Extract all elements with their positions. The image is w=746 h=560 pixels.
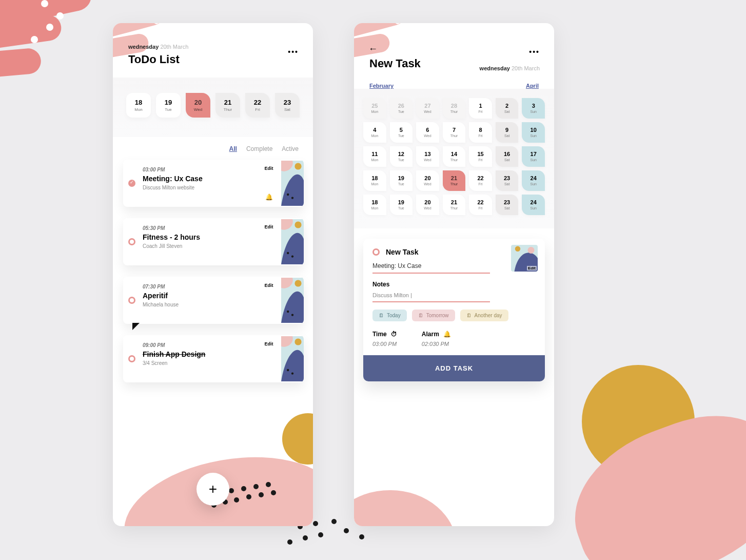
task-art-thumb[interactable]: Edit — [511, 245, 538, 272]
calendar-cell[interactable]: 24Sun — [522, 170, 545, 191]
task-art-thumb — [281, 335, 304, 382]
task-time: 07:30 PM — [143, 284, 254, 289]
calendar-cell[interactable]: 15Fri — [469, 146, 492, 167]
svg-point-15 — [291, 372, 293, 374]
calendar-cell[interactable]: 21Thur — [443, 170, 466, 191]
edit-button[interactable]: Edit — [265, 224, 273, 229]
svg-point-11 — [291, 314, 293, 316]
task-time: 03:00 PM — [143, 167, 254, 172]
calendar-cell[interactable]: 9Sat — [496, 122, 519, 143]
day-chip[interactable]: 22Fri — [245, 93, 270, 118]
alarm-label: Alarm — [422, 331, 439, 338]
svg-point-14 — [287, 369, 289, 371]
task-time: 09:00 PM — [143, 342, 254, 348]
day-chip[interactable]: 18Mon — [126, 93, 151, 118]
status-ring-icon[interactable] — [372, 248, 380, 256]
calendar-cell[interactable]: 22Fri — [469, 170, 492, 191]
task-title: Meeting: Ux Case — [143, 175, 254, 183]
calendar-cell[interactable]: 23Sat — [496, 170, 519, 191]
calendar-cell[interactable]: 14Thur — [443, 146, 466, 167]
day-chip[interactable]: 23Sat — [275, 93, 300, 118]
calendar-cell[interactable]: 10Sun — [522, 122, 545, 143]
calendar-cell[interactable]: 16Sat — [496, 146, 519, 167]
task-art-thumb — [281, 277, 304, 324]
edit-button[interactable]: Edit — [265, 341, 273, 346]
chip-tomorrow[interactable]: 🗓Tomorrow — [412, 310, 455, 321]
svg-point-13 — [295, 338, 301, 345]
calendar-cell[interactable]: 23Sat — [496, 195, 519, 215]
next-month-link[interactable]: April — [526, 83, 539, 89]
calendar-cell[interactable]: 12Tue — [390, 146, 413, 167]
calendar-cell[interactable]: 13Wed — [416, 146, 439, 167]
back-icon[interactable]: ← — [368, 44, 378, 54]
alarm-value[interactable]: 02:030 PM — [422, 341, 451, 347]
task-subtitle: Coach Jill Steven — [143, 243, 254, 249]
svg-point-3 — [291, 197, 293, 199]
task-art-thumb — [281, 160, 304, 207]
svg-point-5 — [295, 221, 301, 228]
day-chip[interactable]: 20Wed — [186, 93, 210, 118]
chip-another-day[interactable]: 🗓Another day — [460, 310, 508, 321]
calendar-cell[interactable]: 8Fri — [469, 122, 492, 143]
more-icon[interactable]: ••• — [288, 48, 299, 56]
day-chip[interactable]: 21Thur — [215, 93, 240, 118]
task-card[interactable]: 07:30 PMAperitifMichaela houseEdit — [123, 277, 304, 324]
new-task-panel: New Task Edit Meeting: Ux Case Notes Dis… — [363, 239, 545, 381]
chip-today[interactable]: 🗓Today — [372, 310, 407, 321]
filter-all[interactable]: All — [229, 145, 237, 152]
filter-complete[interactable]: Complete — [246, 145, 272, 152]
time-value[interactable]: 03:00 PM — [372, 341, 397, 347]
day-chip[interactable]: 19Tue — [156, 93, 181, 118]
task-card[interactable]: 09:00 PMFinish App Design3/4 ScreenEdit — [123, 335, 304, 382]
svg-point-7 — [291, 255, 293, 257]
notes-label: Notes — [372, 281, 536, 288]
task-name-input[interactable]: Meeting: Ux Case — [372, 258, 490, 274]
status-ring-icon[interactable] — [128, 238, 135, 245]
calendar-cell[interactable]: 19Tue — [390, 170, 413, 191]
calendar-cell[interactable]: 24Sun — [522, 195, 545, 215]
filter-active[interactable]: Active — [282, 145, 299, 152]
calendar-cell[interactable]: 2Sat — [496, 98, 519, 119]
calendar-cell[interactable]: 22Fri — [469, 195, 492, 215]
add-task-fab[interactable]: + — [197, 473, 229, 506]
calendar-cell[interactable]: 7Thur — [443, 122, 466, 143]
task-time: 05:30 PM — [143, 225, 254, 231]
task-subtitle: 3/4 Screen — [143, 360, 254, 366]
notes-input[interactable]: Discuss Milton | — [372, 288, 490, 302]
status-ring-icon[interactable] — [128, 355, 135, 362]
calendar-cell[interactable]: 28Thur — [443, 98, 466, 119]
calendar-cell[interactable]: 20Wed — [416, 170, 439, 191]
task-art-thumb — [281, 218, 304, 265]
task-card[interactable]: 03:00 PMMeeting: Ux CaseDiscuss Milton w… — [123, 160, 304, 207]
calendar-icon: 🗓 — [379, 313, 384, 318]
calendar-cell[interactable]: 3Sun — [522, 98, 545, 119]
calendar-cell[interactable]: 1Fri — [469, 98, 492, 119]
calendar-cell[interactable]: 11Mon — [363, 146, 386, 167]
bell-icon: 🔔 — [443, 331, 451, 338]
edit-button[interactable]: Edit — [527, 266, 537, 271]
calendar-cell[interactable]: 18Mon — [363, 170, 386, 191]
calendar-cell[interactable]: 17Sun — [522, 146, 545, 167]
calendar-cell[interactable]: 20Wed — [416, 195, 439, 215]
task-subtitle: Discuss Milton website — [143, 185, 254, 190]
add-task-button[interactable]: ADD TASK — [363, 355, 545, 381]
date-line: wednesday 20th March — [128, 44, 298, 50]
calendar-cell[interactable]: 6Wed — [416, 122, 439, 143]
panel-heading: New Task — [386, 248, 419, 256]
task-subtitle: Michaela house — [143, 302, 254, 307]
more-icon[interactable]: ••• — [529, 48, 540, 56]
status-ring-icon[interactable] — [128, 180, 135, 187]
edit-button[interactable]: Edit — [265, 166, 273, 171]
status-ring-icon[interactable] — [128, 297, 135, 304]
calendar-cell[interactable]: 21Thur — [443, 195, 466, 215]
task-card[interactable]: 05:30 PMFitness - 2 hoursCoach Jill Stev… — [123, 218, 304, 265]
calendar-cell[interactable]: 5Tue — [390, 122, 413, 143]
edit-button[interactable]: Edit — [265, 283, 273, 288]
filter-row: All Complete Active — [113, 137, 313, 157]
screen-new-task: ← ••• New Task wednesday 20th March Febr… — [354, 23, 554, 526]
svg-point-1 — [295, 163, 301, 169]
calendar-cell[interactable]: 19Tue — [390, 195, 413, 215]
calendar-cell[interactable]: 4Mon — [363, 122, 386, 143]
calendar-cell[interactable]: 18Mon — [363, 195, 386, 215]
svg-point-17 — [528, 247, 535, 254]
